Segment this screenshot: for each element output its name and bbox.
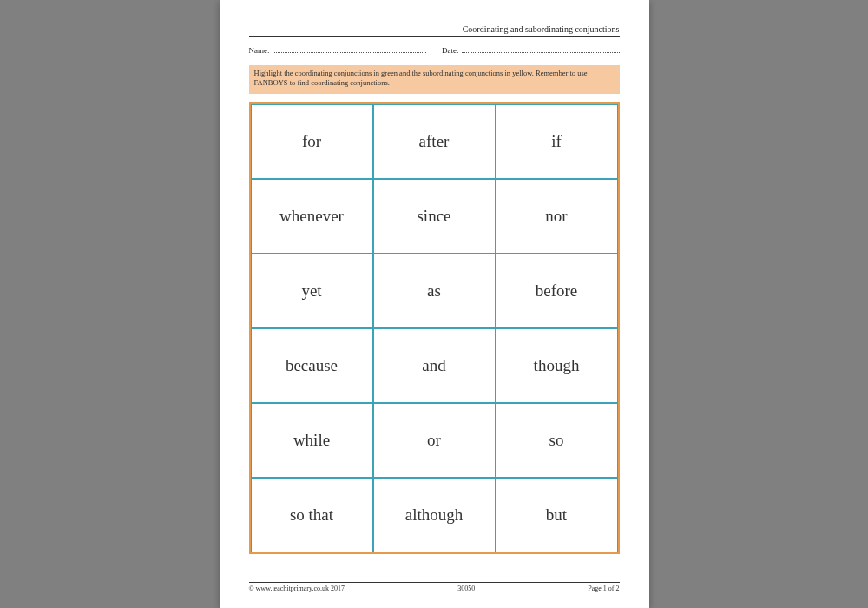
grid-cell[interactable]: since — [373, 179, 496, 254]
grid-cell[interactable]: nor — [496, 179, 618, 254]
name-field: Name: — [249, 46, 427, 55]
footer-page: Page 1 of 2 — [588, 585, 619, 592]
grid-cell[interactable]: whenever — [251, 179, 373, 254]
grid-cell[interactable]: because — [251, 328, 373, 403]
grid-cell[interactable]: if — [496, 104, 618, 179]
grid-cell[interactable]: but — [496, 478, 618, 552]
document-title: Coordinating and subordinating conjuncti… — [249, 24, 620, 36]
grid-cell[interactable]: yet — [251, 254, 373, 328]
page-footer: © www.teachitprimary.co.uk 2017 30050 Pa… — [249, 582, 620, 592]
date-field: Date: — [442, 46, 620, 55]
footer-docnum: 30050 — [457, 585, 475, 592]
grid-cell[interactable]: as — [373, 254, 496, 328]
grid-cell[interactable]: while — [251, 403, 373, 478]
footer-copyright: © www.teachitprimary.co.uk 2017 — [249, 585, 345, 592]
instruction-box: Highlight the coordinating conjunctions … — [249, 65, 620, 94]
grid-cell[interactable]: though — [496, 328, 618, 403]
grid-cell[interactable]: so that — [251, 478, 373, 552]
grid-cell[interactable]: so — [496, 403, 618, 478]
name-blank[interactable] — [273, 46, 427, 53]
conjunction-grid-frame: for after if whenever since nor yet as b… — [249, 102, 620, 554]
grid-cell[interactable]: before — [496, 254, 618, 328]
grid-cell[interactable]: for — [251, 104, 373, 179]
grid-cell[interactable]: although — [373, 478, 496, 552]
name-label: Name: — [249, 46, 270, 55]
title-rule — [249, 36, 620, 37]
date-label: Date: — [442, 46, 459, 55]
grid-cell[interactable]: after — [373, 104, 496, 179]
conjunction-grid: for after if whenever since nor yet as b… — [251, 104, 618, 552]
document-page: Coordinating and subordinating conjuncti… — [220, 0, 649, 608]
name-date-row: Name: Date: — [249, 46, 620, 55]
grid-cell[interactable]: and — [373, 328, 496, 403]
grid-cell[interactable]: or — [373, 403, 496, 478]
date-blank[interactable] — [462, 46, 620, 53]
